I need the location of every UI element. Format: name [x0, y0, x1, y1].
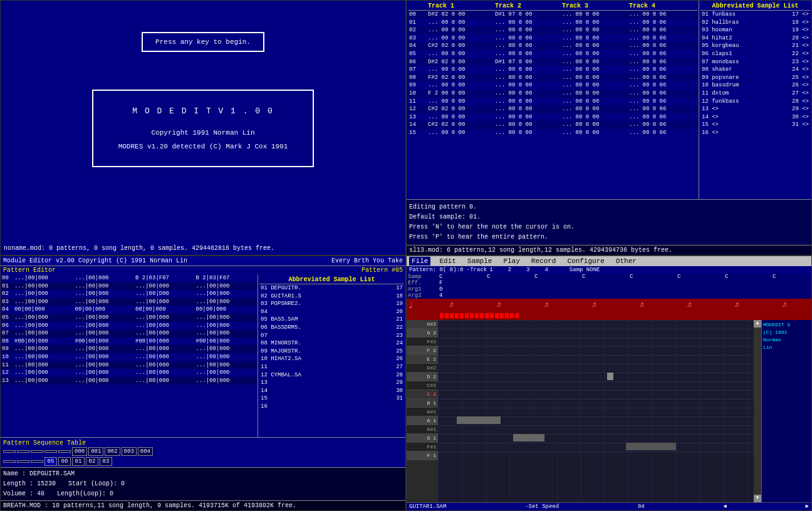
bl-header: Module Editor v2.00 Copyright (C) 1991 N…: [1, 256, 405, 266]
bl-sample-item: 14 30: [259, 387, 404, 395]
bl-row-12: 12...|00|000...|00|000...|00|000...|00|0…: [1, 369, 258, 377]
tr-pattern-rows: 00D#2 02 0 00D#1 07 0 00... 00 0 00... 0…: [408, 11, 697, 137]
bl-sample-item: 05 BASS.SAM21: [259, 316, 404, 324]
tr-row-6: 06D#2 02 0 00D#1 07 0 00... 00 0 00... 0…: [408, 58, 697, 66]
tr-sample-item: 07 monobass23 <>: [700, 58, 810, 66]
bl-status: BREATH.MOD : 10 patterns,11 song length,…: [1, 500, 405, 510]
tr-sample-item: 12 funkbass28 <>: [700, 98, 810, 106]
tr-row-5: 05... 00 0 00... 00 0 00... 00 0 00... 0…: [408, 50, 697, 58]
press-any-key-box: Press any key to begin.: [142, 32, 264, 52]
bl-row-3: 03...|00|000...|00|000...|00|000...|00|0…: [1, 298, 258, 306]
br-note-grid: [438, 320, 754, 502]
scroll-track: [754, 328, 761, 495]
tr-row-12: 12C#2 02 0 00... 00 0 00... 00 0 00... 0…: [408, 105, 697, 113]
menu-configure[interactable]: Configure: [565, 257, 606, 266]
bl-sample-item: 13 29: [259, 379, 404, 387]
tr-row-4: 04C#2 02 0 00... 00 0 00... 00 0 00... 0…: [408, 42, 697, 50]
note-f1: [626, 443, 676, 450]
bl-main: 00...|00|000...|00|000B 2|03|F07B 2|03|F…: [1, 274, 405, 437]
tr-sample-item: 14 <>30 <>: [700, 113, 810, 121]
tr-sample-item: 06 claps122 <>: [700, 50, 810, 58]
tr-sample-item: 11 dxtom27 <>: [700, 90, 810, 98]
bl-seq-row-1: 000 001 002 003 004: [3, 447, 403, 456]
tr-row-10: 10F 2 00 0 00... 00 0 00... 00 0 00... 0…: [408, 90, 697, 98]
tr-row-15: 15... 00 0 00... 00 0 00... 00 0 00... 0…: [408, 129, 697, 137]
note-a1-1: [457, 416, 501, 424]
br-samp-rows: Samp C C C C C C C C Eff. F Arg1 0 Arg2: [407, 274, 811, 299]
bl-sample-item: 04 20: [259, 308, 404, 316]
press-any-key-text: Press any key to begin.: [155, 38, 251, 46]
bl-row-2: 02...|00|000...|00|000...|00|D00...|00|0…: [1, 290, 258, 298]
bl-row-1: 01...|00|000...|00|000...|00|000...|00|0…: [1, 282, 258, 291]
title-box: M O D E D I T V 1 . 0 0 Copyright 1991 N…: [92, 90, 315, 167]
bl-row-13: 13...|00|000...|00|000...|00|000...|00|0…: [1, 377, 258, 385]
tr-sample-item: 16 <>: [700, 129, 810, 137]
bl-sample-item: 08 MINORSTR.24: [259, 339, 404, 348]
tr-row-1: 01... 00 0 00... 00 0 00... 00 0 00... 0…: [408, 19, 697, 27]
bl-row-11: 11...|00|000...|00|000...|00|000...|00|0…: [1, 361, 258, 369]
tr-sample-item: 15 <>31 <>: [700, 121, 810, 129]
menu-edit[interactable]: Edit: [437, 257, 458, 266]
bl-row-10: 10...|00|000...|00|000...|00|000...|00|0…: [1, 353, 258, 361]
br-status: GUITAR1.SAM -Set Speed 04 ◄ ►: [407, 502, 811, 510]
menu-play[interactable]: Play: [501, 257, 522, 266]
tr-row-11: 11... 00 0 00... 00 0 00... 00 0 00... 0…: [408, 98, 697, 106]
bl-sample-item: 11 27: [259, 363, 404, 371]
br-scrollbar[interactable]: ▲ ▼: [754, 320, 761, 502]
pattern-editor-tr: Track 1 Track 2 Track 3 Track 4 00D#2 02…: [406, 0, 812, 256]
tr-sample-items: 01 funbass17 <>02 hallbras18 <>03 hooman…: [700, 11, 810, 137]
app-title: M O D E D I T V 1 . 0 0: [118, 103, 288, 120]
tr-row-9: 09... 00 0 00... 00 0 00... 00 0 00... 0…: [408, 81, 697, 90]
scroll-up[interactable]: ▲: [754, 320, 761, 328]
tr-sample-item: 10 bassdrum26 <>: [700, 81, 810, 90]
pattern-header: Track 1 Track 2 Track 3 Track 4: [408, 2, 697, 11]
menu-record[interactable]: Record: [529, 257, 559, 266]
br-piano-keys: G#2 G 2 F#2 F 2 E 2 D#2 D 2 C#2 C 2 B 1 …: [407, 320, 438, 502]
tr-sample-item: 02 hallbras18 <>: [700, 19, 810, 27]
tr-status: sl13.mod: 6 patterns,12 song length,12 s…: [407, 245, 811, 255]
tr-sample-item: 08 shaker24 <>: [700, 66, 810, 74]
modres-text: MODRES v1.20 detected (C) Mark J Cox 199…: [118, 140, 288, 153]
note-g1: [513, 434, 544, 441]
tr-info: Editing pattern 0. Default sample: 01. P…: [407, 199, 811, 245]
bl-sample-item: 09 MAJORSTR.25: [259, 348, 404, 356]
br-side-panel: MODEDIT S (C) 1992 Norman Lin: [761, 320, 811, 502]
bl-sample-item: 15 31: [259, 395, 404, 403]
tr-sample-list: Abbreviated Sample List 01 funbass17 <>0…: [699, 1, 811, 199]
tr-sample-item: 13 <>29 <>: [700, 105, 810, 113]
menu-sample[interactable]: Sample: [465, 257, 495, 266]
module-editor-bl: Module Editor v2.00 Copyright (C) 1991 N…: [0, 256, 406, 511]
bl-seq-row-2: 05 00 01 02 03: [3, 457, 403, 466]
menu-file[interactable]: File: [409, 257, 430, 266]
scroll-down[interactable]: ▼: [754, 495, 761, 502]
bl-row-9: 09...|00|000...|00|000...|00|000...|00|0…: [1, 345, 258, 353]
tr-row-0: 00D#2 02 0 00D#1 07 0 00... 00 0 00... 0…: [408, 11, 697, 19]
bl-sample-item: 01 DEPGUITR.17: [259, 284, 404, 292]
bl-row-8: 08#00|00|000#00|00|000#00|00|000#00|00|0…: [1, 338, 258, 346]
tr-pattern-area: Track 1 Track 2 Track 3 Track 4 00D#2 02…: [407, 1, 699, 199]
menu-other[interactable]: Other: [613, 257, 639, 266]
br-track-info-row: Pattern: 0( 0):0 -Track 1 2 3 4 Samp NON…: [407, 266, 811, 274]
br-piano-grid: G#2 G 2 F#2 F 2 E 2 D#2 D 2 C#2 C 2 B 1 …: [407, 320, 811, 502]
bl-sub-header: Pattern Editor Pattern #05: [1, 266, 405, 274]
bl-row-0: 00...|00|000...|00|000B 2|03|F07B 2|03|F…: [1, 274, 258, 282]
tr-row-3: 03... 00 0 00... 00 0 00... 00 0 00... 0…: [408, 34, 697, 43]
bl-sample-item: 07 23: [259, 332, 404, 340]
bl-row-5: 05...|00|000...|00|000...|00|000...|00|0…: [1, 314, 258, 322]
bl-sample-item: 06 BASSDRM5.22: [259, 324, 404, 332]
tr-row-8: 08F#2 02 0 00... 00 0 00... 00 0 00... 0…: [408, 74, 697, 82]
tr-sample-item: 01 funbass17 <>: [700, 11, 810, 19]
bl-seq-table: Pattern Sequence Table 000 001 002 003 0…: [1, 437, 405, 467]
bl-row-6: 06...|00|000...|00|000...|00|000...|00|0…: [1, 322, 258, 330]
tr-sample-item: 03 hooman19 <>: [700, 26, 810, 34]
bl-row-7: 07...|00|000...|00|000...|00|000...|00|0…: [1, 329, 258, 338]
tr-row-13: 13... 00 0 00... 00 0 00... 00 0 00... 0…: [408, 113, 697, 121]
bl-sample-items: 01 DEPGUITR.1702 GUITAR1.S1803 POPSNRE2.…: [259, 284, 404, 411]
tr-sample-item: 05 korgbeau21 <>: [700, 42, 810, 50]
modedit-splash: Press any key to begin. M O D E D I T V …: [0, 0, 406, 256]
bl-sample-info: Name : DEPGUITR.SAM Length : 15230 Start…: [1, 467, 405, 500]
bl-sample-item: 02 GUITAR1.S18: [259, 292, 404, 301]
tl-status-bar: noname.mod: 0 patterns, 0 song length, 0…: [4, 245, 274, 252]
bl-pattern-editor: 00...|00|000...|00|000B 2|03|F07B 2|03|F…: [1, 274, 258, 437]
br-beat-row: ♩ ♬ ♬ ♬ ♬ ♬ ♬ ♬ ♬: [407, 299, 811, 311]
